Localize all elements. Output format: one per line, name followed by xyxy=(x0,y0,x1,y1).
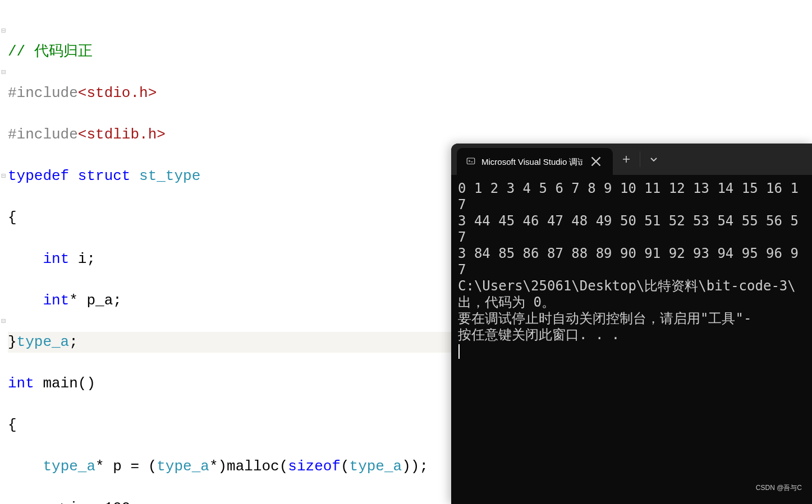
watermark: CSDN @吾与C xyxy=(756,478,802,498)
new-tab-button[interactable] xyxy=(613,144,640,175)
terminal-icon xyxy=(466,156,476,167)
terminal-text: 3 84 85 86 87 88 89 90 91 92 93 94 95 96… xyxy=(458,246,799,278)
terminal-window[interactable]: Microsoft Visual Studio 调试控 0 1 2 3 4 5 … xyxy=(451,144,812,504)
code-line[interactable]: // 代码归正 xyxy=(8,41,812,62)
terminal-tab-title: Microsoft Visual Studio 调试控 xyxy=(481,154,582,170)
terminal-tab[interactable]: Microsoft Visual Studio 调试控 xyxy=(457,148,613,175)
tab-dropdown-button[interactable] xyxy=(640,144,667,175)
terminal-text: 按任意键关闭此窗口. . . xyxy=(458,327,620,343)
terminal-text: 要在调试停止时自动关闭控制台，请启用"工具"- xyxy=(458,311,751,326)
close-icon[interactable] xyxy=(588,154,604,169)
terminal-text: 出，代码为 0。 xyxy=(458,294,555,310)
fold-gutter: ⊟⊟⊟⊟ xyxy=(0,0,7,498)
code-line[interactable]: #include<stdio.h> xyxy=(8,83,812,104)
svg-rect-0 xyxy=(467,158,475,164)
terminal-cursor xyxy=(458,344,460,359)
code-line[interactable]: #include<stdlib.h> xyxy=(8,124,812,145)
terminal-text: C:\Users\25061\Desktop\比特资料\bit-code-3\ xyxy=(458,278,796,294)
terminal-tabbar: Microsoft Visual Studio 调试控 xyxy=(451,144,812,175)
terminal-output[interactable]: 0 1 2 3 4 5 6 7 8 9 10 11 12 13 14 15 16… xyxy=(451,175,812,365)
chevron-down-icon xyxy=(650,155,658,163)
terminal-text: 0 1 2 3 4 5 6 7 8 9 10 11 12 13 14 15 16… xyxy=(458,181,799,212)
terminal-text: 3 44 45 46 47 48 49 50 51 52 53 54 55 56… xyxy=(458,213,799,245)
